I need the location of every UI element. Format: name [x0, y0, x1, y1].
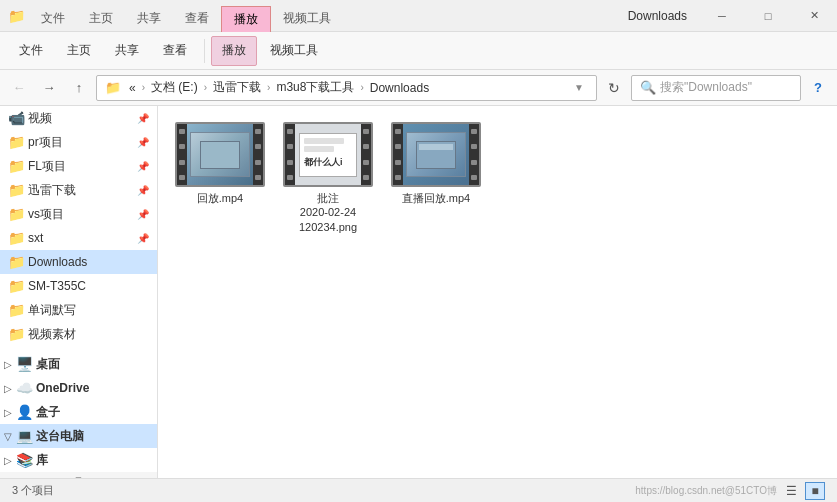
- ribbon-file-btn[interactable]: 文件: [8, 36, 54, 66]
- pin-icon-3: 📌: [137, 185, 149, 196]
- address-dropdown-icon[interactable]: ▼: [570, 82, 588, 93]
- sidebar-item-xunlei[interactable]: 📁 迅雷下载 📌: [0, 178, 157, 202]
- folder-icon-pr: 📁: [8, 134, 24, 150]
- file-name-zhibohf: 直播回放.mp4: [402, 191, 470, 205]
- forward-button[interactable]: →: [36, 75, 62, 101]
- folder-icon-dancie: 📁: [8, 302, 24, 318]
- search-icon: 🔍: [640, 80, 656, 95]
- sidebar: 📹 视频 📌 📁 pr项目 📌 📁 FL项目 📌 📁 迅雷下载 📌 📁 vs项目…: [0, 106, 158, 478]
- breadcrumb-item-xunlei[interactable]: 迅雷下载: [209, 77, 265, 98]
- watermark: https://blog.csdn.net@51CTO博: [635, 484, 777, 498]
- sidebar-item-pr[interactable]: 📁 pr项目 📌: [0, 130, 157, 154]
- file-name-huifang: 回放.mp4: [197, 191, 243, 205]
- address-bar[interactable]: 📁 « › 文档 (E:) › 迅雷下载 › m3u8下载工具 › Downlo…: [96, 75, 597, 101]
- file-item-zhibohf[interactable]: 直播回放.mp4: [386, 118, 486, 238]
- library-icon: 📚: [16, 452, 32, 468]
- ribbon-video-tools-btn[interactable]: 视频工具: [259, 36, 329, 66]
- sidebar-item-sxt[interactable]: 📁 sxt 📌: [0, 226, 157, 250]
- sidebar-group-onedrive[interactable]: ▷ ☁️ OneDrive: [0, 376, 157, 400]
- group-arrow-box: ▷: [4, 407, 12, 418]
- ribbon-home-btn[interactable]: 主页: [56, 36, 102, 66]
- file-item-pizhu[interactable]: 都什么人i 批注 2020-02-24 120234.png: [278, 118, 378, 238]
- pin-icon-5: 📌: [137, 233, 149, 244]
- minimize-button[interactable]: ─: [699, 0, 745, 32]
- close-button[interactable]: ✕: [791, 0, 837, 32]
- sidebar-item-fl[interactable]: 📁 FL项目 📌: [0, 154, 157, 178]
- pin-icon-4: 📌: [137, 209, 149, 220]
- sidebar-item-video-material[interactable]: 📁 视频素材: [0, 322, 157, 346]
- tab-home[interactable]: 主页: [77, 5, 125, 31]
- refresh-button[interactable]: ↻: [601, 75, 627, 101]
- sidebar-item-vs[interactable]: 📁 vs项目 📌: [0, 202, 157, 226]
- status-bar: 3 个项目 https://blog.csdn.net@51CTO博 ☰ ■: [0, 478, 837, 502]
- desktop-icon: 🖥️: [16, 356, 32, 372]
- sidebar-item-video[interactable]: 📹 视频 📌: [0, 106, 157, 130]
- ribbon-play-btn[interactable]: 播放: [211, 36, 257, 66]
- up-button[interactable]: ↑: [66, 75, 92, 101]
- group-arrow-desktop: ▷: [4, 359, 12, 370]
- window-controls: ─ □ ✕: [699, 0, 837, 32]
- title-bar: 📁 文件 主页 共享 查看 播放 视频工具 Downloads ─ □ ✕: [0, 0, 837, 32]
- sidebar-group-box[interactable]: ▷ 👤 盒子: [0, 400, 157, 424]
- breadcrumb-sep-0: ›: [142, 82, 145, 93]
- back-button[interactable]: ←: [6, 75, 32, 101]
- ribbon-separator: [204, 39, 205, 63]
- file-item-huifang[interactable]: 回放.mp4: [170, 118, 270, 238]
- group-arrow-library: ▷: [4, 455, 12, 466]
- maximize-button[interactable]: □: [745, 0, 791, 32]
- sidebar-scroll-down[interactable]: ▼: [0, 472, 157, 478]
- breadcrumb-item-m3u8[interactable]: m3u8下载工具: [272, 77, 358, 98]
- breadcrumb-item-1[interactable]: «: [125, 79, 140, 97]
- onedrive-icon: ☁️: [16, 380, 32, 396]
- film-strip-right-1: [253, 124, 263, 185]
- group-arrow-thispc: ▽: [4, 431, 12, 442]
- breadcrumb-item-downloads[interactable]: Downloads: [366, 79, 433, 97]
- folder-icon-downloads: 📁: [8, 254, 24, 270]
- breadcrumb-sep-2: ›: [267, 82, 270, 93]
- window-title: Downloads: [616, 9, 699, 23]
- grid-view-button[interactable]: ■: [805, 482, 825, 500]
- sidebar-group-library[interactable]: ▷ 📚 库: [0, 448, 157, 472]
- status-right: https://blog.csdn.net@51CTO博 ☰ ■: [635, 482, 825, 500]
- folder-icon-smt: 📁: [8, 278, 24, 294]
- search-box[interactable]: 🔍 搜索"Downloads": [631, 75, 801, 101]
- list-view-button[interactable]: ☰: [781, 482, 801, 500]
- sidebar-item-smt355c[interactable]: 📁 SM-T355C: [0, 274, 157, 298]
- thumb-preview-1: [187, 124, 253, 185]
- pin-icon-2: 📌: [137, 161, 149, 172]
- breadcrumb-sep-3: ›: [360, 82, 363, 93]
- sidebar-group-thispc[interactable]: ▽ 💻 这台电脑: [0, 424, 157, 448]
- search-placeholder: 搜索"Downloads": [660, 79, 792, 96]
- ribbon-share-btn[interactable]: 共享: [104, 36, 150, 66]
- pin-icon-1: 📌: [137, 137, 149, 148]
- content-area: 回放.mp4 都什么人i: [158, 106, 837, 478]
- tab-video-tools[interactable]: 视频工具: [271, 5, 343, 31]
- film-strip-left-3: [393, 124, 403, 185]
- tab-file[interactable]: 文件: [29, 5, 77, 31]
- ribbon-tabs: 文件 主页 共享 查看 播放 视频工具: [29, 0, 616, 31]
- file-thumb-zhibohf: [391, 122, 481, 187]
- video-icon: 📹: [8, 110, 24, 126]
- ribbon-toolbar: 文件 主页 共享 查看 播放 视频工具: [0, 32, 837, 70]
- breadcrumb-item-docs[interactable]: 文档 (E:): [147, 77, 202, 98]
- tab-share[interactable]: 共享: [125, 5, 173, 31]
- folder-icon-xunlei: 📁: [8, 182, 24, 198]
- folder-icon-vs: 📁: [8, 206, 24, 222]
- sidebar-item-downloads[interactable]: 📁 Downloads: [0, 250, 157, 274]
- title-bar-left: 📁: [8, 8, 25, 24]
- ribbon-view-btn[interactable]: 查看: [152, 36, 198, 66]
- file-name-pizhu: 批注 2020-02-24 120234.png: [299, 191, 357, 234]
- tab-play[interactable]: 播放: [221, 6, 271, 32]
- help-button[interactable]: ?: [805, 75, 831, 101]
- sidebar-group-desktop[interactable]: ▷ 🖥️ 桌面: [0, 352, 157, 376]
- box-icon: 👤: [16, 404, 32, 420]
- status-count: 3 个项目: [12, 483, 54, 498]
- breadcrumb-sep-1: ›: [204, 82, 207, 93]
- address-row: ← → ↑ 📁 « › 文档 (E:) › 迅雷下载 › m3u8下载工具 › …: [0, 70, 837, 106]
- tab-view[interactable]: 查看: [173, 5, 221, 31]
- film-strip-left-2: [285, 124, 295, 185]
- group-arrow-onedrive: ▷: [4, 383, 12, 394]
- folder-title-icon: 📁: [8, 8, 25, 24]
- sidebar-item-dancie[interactable]: 📁 单词默写: [0, 298, 157, 322]
- film-strip-right-2: [361, 124, 371, 185]
